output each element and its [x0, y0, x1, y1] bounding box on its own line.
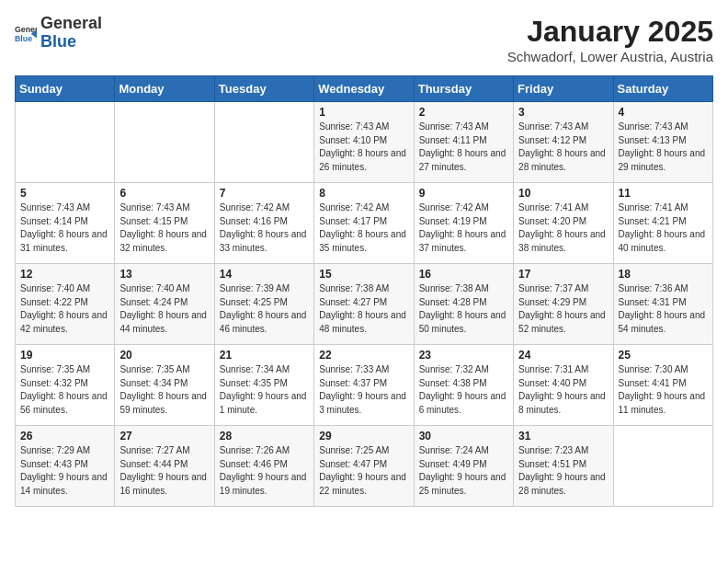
day-content: Sunrise: 7:40 AM Sunset: 4:24 PM Dayligh…: [119, 282, 209, 336]
day-number: 6: [119, 187, 209, 200]
calendar-table: SundayMondayTuesdayWednesdayThursdayFrid…: [15, 75, 713, 507]
day-content: Sunrise: 7:35 AM Sunset: 4:34 PM Dayligh…: [119, 363, 209, 417]
day-content: Sunrise: 7:39 AM Sunset: 4:25 PM Dayligh…: [220, 282, 309, 336]
day-header-thursday: Thursday: [414, 76, 513, 102]
calendar-cell: [115, 102, 214, 183]
day-content: Sunrise: 7:25 AM Sunset: 4:47 PM Dayligh…: [319, 444, 408, 498]
calendar-cell: 14Sunrise: 7:39 AM Sunset: 4:25 PM Dayli…: [214, 264, 313, 345]
day-number: 12: [20, 268, 109, 281]
day-content: Sunrise: 7:43 AM Sunset: 4:14 PM Dayligh…: [20, 201, 109, 255]
day-number: 20: [119, 349, 209, 362]
day-content: Sunrise: 7:43 AM Sunset: 4:13 PM Dayligh…: [619, 121, 708, 174]
day-number: 30: [419, 430, 508, 442]
calendar-cell: 3Sunrise: 7:43 AM Sunset: 4:12 PM Daylig…: [514, 102, 613, 183]
day-number: 7: [220, 187, 309, 200]
week-row-4: 19Sunrise: 7:35 AM Sunset: 4:32 PM Dayli…: [16, 345, 713, 426]
calendar-cell: 23Sunrise: 7:32 AM Sunset: 4:38 PM Dayli…: [414, 345, 513, 426]
day-number: 11: [619, 187, 708, 200]
day-content: Sunrise: 7:35 AM Sunset: 4:32 PM Dayligh…: [20, 363, 109, 417]
logo-icon: General Blue: [15, 22, 37, 44]
logo-general: General: [40, 15, 102, 33]
day-number: 17: [518, 268, 608, 281]
day-number: 18: [619, 268, 708, 281]
day-number: 8: [319, 187, 408, 200]
day-content: Sunrise: 7:37 AM Sunset: 4:29 PM Dayligh…: [518, 282, 608, 336]
calendar-cell: 30Sunrise: 7:24 AM Sunset: 4:49 PM Dayli…: [414, 426, 513, 507]
day-content: Sunrise: 7:31 AM Sunset: 4:40 PM Dayligh…: [518, 363, 608, 417]
logo-blue: Blue: [40, 33, 102, 52]
calendar-cell: 21Sunrise: 7:34 AM Sunset: 4:35 PM Dayli…: [214, 345, 313, 426]
calendar-cell: 17Sunrise: 7:37 AM Sunset: 4:29 PM Dayli…: [514, 264, 613, 345]
svg-text:Blue: Blue: [15, 34, 32, 43]
calendar-cell: 28Sunrise: 7:26 AM Sunset: 4:46 PM Dayli…: [214, 426, 313, 507]
day-number: 1: [319, 106, 408, 119]
calendar-cell: 15Sunrise: 7:38 AM Sunset: 4:27 PM Dayli…: [314, 264, 414, 345]
day-number: 25: [619, 349, 708, 362]
day-content: Sunrise: 7:43 AM Sunset: 4:15 PM Dayligh…: [119, 201, 209, 255]
day-content: Sunrise: 7:32 AM Sunset: 4:38 PM Dayligh…: [419, 363, 508, 417]
day-content: Sunrise: 7:43 AM Sunset: 4:12 PM Dayligh…: [518, 121, 608, 174]
month-title: January 2025: [507, 15, 713, 49]
calendar-cell: 5Sunrise: 7:43 AM Sunset: 4:14 PM Daylig…: [16, 183, 115, 264]
day-header-saturday: Saturday: [613, 76, 712, 102]
day-content: Sunrise: 7:38 AM Sunset: 4:28 PM Dayligh…: [419, 282, 508, 336]
calendar-cell: 22Sunrise: 7:33 AM Sunset: 4:37 PM Dayli…: [314, 345, 414, 426]
week-row-5: 26Sunrise: 7:29 AM Sunset: 4:43 PM Dayli…: [16, 426, 713, 507]
day-content: Sunrise: 7:36 AM Sunset: 4:31 PM Dayligh…: [619, 282, 708, 336]
calendar-cell: 8Sunrise: 7:42 AM Sunset: 4:17 PM Daylig…: [314, 183, 414, 264]
calendar-cell: 4Sunrise: 7:43 AM Sunset: 4:13 PM Daylig…: [613, 102, 712, 183]
week-row-3: 12Sunrise: 7:40 AM Sunset: 4:22 PM Dayli…: [16, 264, 713, 345]
day-header-friday: Friday: [514, 76, 613, 102]
location-subtitle: Schwadorf, Lower Austria, Austria: [507, 49, 713, 64]
day-number: 27: [119, 430, 209, 442]
calendar-cell: 24Sunrise: 7:31 AM Sunset: 4:40 PM Dayli…: [514, 345, 613, 426]
day-content: Sunrise: 7:40 AM Sunset: 4:22 PM Dayligh…: [20, 282, 109, 336]
day-number: 16: [419, 268, 508, 281]
calendar-cell: 26Sunrise: 7:29 AM Sunset: 4:43 PM Dayli…: [16, 426, 115, 507]
day-number: 4: [619, 106, 708, 119]
calendar-cell: 12Sunrise: 7:40 AM Sunset: 4:22 PM Dayli…: [16, 264, 115, 345]
calendar-cell: 16Sunrise: 7:38 AM Sunset: 4:28 PM Dayli…: [414, 264, 513, 345]
calendar-cell: 11Sunrise: 7:41 AM Sunset: 4:21 PM Dayli…: [613, 183, 712, 264]
day-number: 13: [119, 268, 209, 281]
day-content: Sunrise: 7:33 AM Sunset: 4:37 PM Dayligh…: [319, 363, 408, 417]
logo: General Blue General Blue: [15, 15, 102, 52]
day-content: Sunrise: 7:26 AM Sunset: 4:46 PM Dayligh…: [220, 444, 309, 498]
day-number: 19: [20, 349, 109, 362]
calendar-cell: 10Sunrise: 7:41 AM Sunset: 4:20 PM Dayli…: [514, 183, 613, 264]
calendar-cell: 25Sunrise: 7:30 AM Sunset: 4:41 PM Dayli…: [613, 345, 712, 426]
calendar-cell: [16, 102, 115, 183]
day-content: Sunrise: 7:30 AM Sunset: 4:41 PM Dayligh…: [619, 363, 708, 417]
day-content: Sunrise: 7:24 AM Sunset: 4:49 PM Dayligh…: [419, 444, 508, 498]
day-header-wednesday: Wednesday: [314, 76, 414, 102]
day-number: 14: [220, 268, 309, 281]
day-content: Sunrise: 7:41 AM Sunset: 4:21 PM Dayligh…: [619, 201, 708, 255]
day-number: 29: [319, 430, 408, 442]
calendar-cell: 18Sunrise: 7:36 AM Sunset: 4:31 PM Dayli…: [613, 264, 712, 345]
day-number: 9: [419, 187, 508, 200]
calendar-cell: 7Sunrise: 7:42 AM Sunset: 4:16 PM Daylig…: [214, 183, 313, 264]
day-content: Sunrise: 7:23 AM Sunset: 4:51 PM Dayligh…: [518, 444, 608, 498]
day-number: 2: [419, 106, 508, 119]
day-number: 21: [220, 349, 309, 362]
day-content: Sunrise: 7:42 AM Sunset: 4:17 PM Dayligh…: [319, 201, 408, 255]
calendar-cell: 19Sunrise: 7:35 AM Sunset: 4:32 PM Dayli…: [16, 345, 115, 426]
calendar-cell: 20Sunrise: 7:35 AM Sunset: 4:34 PM Dayli…: [115, 345, 214, 426]
day-content: Sunrise: 7:42 AM Sunset: 4:19 PM Dayligh…: [419, 201, 508, 255]
week-row-1: 1Sunrise: 7:43 AM Sunset: 4:10 PM Daylig…: [16, 102, 713, 183]
calendar-cell: 31Sunrise: 7:23 AM Sunset: 4:51 PM Dayli…: [514, 426, 613, 507]
day-number: 23: [419, 349, 508, 362]
day-header-sunday: Sunday: [16, 76, 115, 102]
calendar-cell: 2Sunrise: 7:43 AM Sunset: 4:11 PM Daylig…: [414, 102, 513, 183]
calendar-cell: 29Sunrise: 7:25 AM Sunset: 4:47 PM Dayli…: [314, 426, 414, 507]
day-content: Sunrise: 7:43 AM Sunset: 4:11 PM Dayligh…: [419, 121, 508, 174]
day-header-tuesday: Tuesday: [214, 76, 313, 102]
page-header: General Blue General Blue January 2025 S…: [15, 15, 713, 64]
calendar-cell: 27Sunrise: 7:27 AM Sunset: 4:44 PM Dayli…: [115, 426, 214, 507]
calendar-cell: 9Sunrise: 7:42 AM Sunset: 4:19 PM Daylig…: [414, 183, 513, 264]
day-header-monday: Monday: [115, 76, 214, 102]
day-number: 26: [20, 430, 109, 442]
calendar-cell: 6Sunrise: 7:43 AM Sunset: 4:15 PM Daylig…: [115, 183, 214, 264]
calendar-header-row: SundayMondayTuesdayWednesdayThursdayFrid…: [16, 76, 713, 102]
day-number: 15: [319, 268, 408, 281]
